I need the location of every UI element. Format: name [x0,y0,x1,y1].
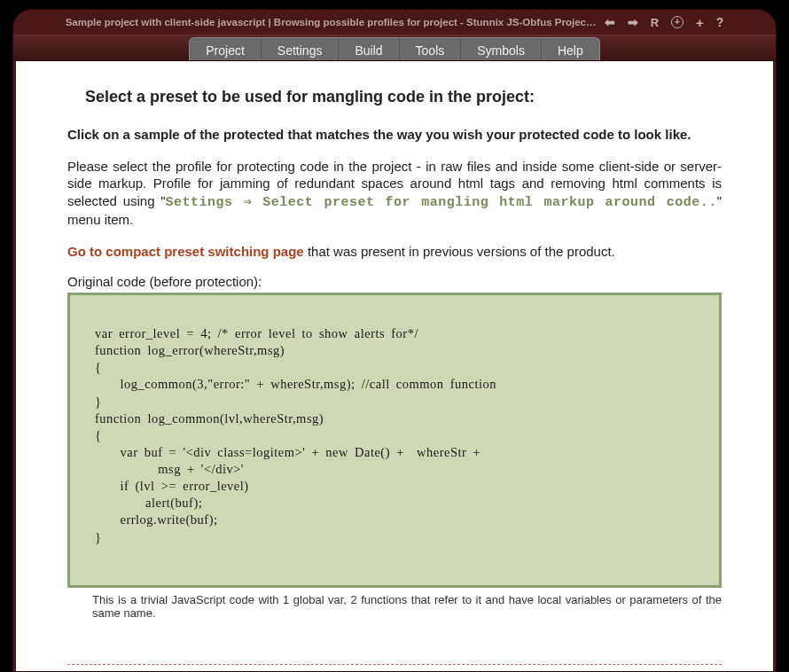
window-title: Sample project with client-side javascri… [66,17,598,27]
menubar-inner: Project Settings Build Tools Symbols Hel… [189,37,599,60]
add-circle-icon[interactable]: + [671,16,684,28]
original-code-label: Original code (before protection): [67,274,722,289]
original-code-box: var error_level = 4; /* error level to s… [67,293,722,588]
settings-menu-path: Settings ⇒ Select preset for mangling ht… [166,195,717,210]
back-icon[interactable]: ⬅ [605,16,615,28]
intro-paragraph: Click on a sample of the protected that … [67,126,722,144]
help-icon[interactable]: ? [716,15,724,29]
compact-preset-rest: that was present in previous versions of… [304,244,615,259]
plus-icon[interactable]: + [696,15,704,30]
menu-settings[interactable]: Settings [262,38,340,60]
page-heading: Select a preset to be used for mangling … [85,88,722,106]
compact-preset-paragraph: Go to compact preset switching page that… [67,243,722,261]
menu-build[interactable]: Build [339,38,399,60]
menu-help[interactable]: Help [542,38,599,60]
titlebar: Sample project with client-side javascri… [13,10,776,35]
content-area: Select a preset to be used for mangling … [16,61,773,671]
menu-project[interactable]: Project [190,38,262,60]
section-separator [67,664,722,665]
menu-tools[interactable]: Tools [400,38,462,60]
compact-preset-link[interactable]: Go to compact preset switching page [67,244,304,259]
titlebar-controls: ⬅ ➡ R + + ? [605,15,724,30]
app-frame-outer: Sample project with client-side javascri… [0,0,789,672]
profile-instruction-paragraph: Please select the profile for protecting… [67,158,722,229]
menubar: Project Settings Build Tools Symbols Hel… [13,35,776,61]
reload-icon[interactable]: R [651,16,659,29]
app-frame: Sample project with client-side javascri… [12,9,777,672]
code-caption: This is a trivial JavaScript code with 1… [92,593,722,620]
forward-icon[interactable]: ➡ [628,16,638,28]
menu-symbols[interactable]: Symbols [461,38,542,60]
